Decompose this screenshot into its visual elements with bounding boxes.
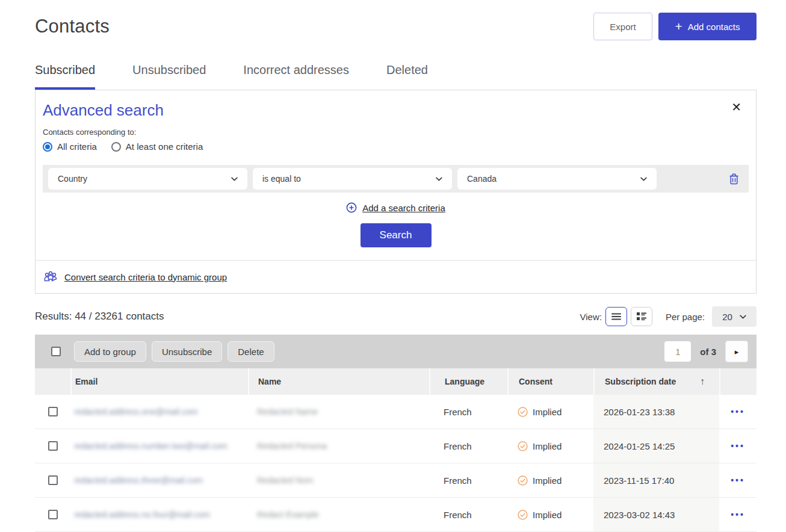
contact-email-redacted[interactable]: redacted.address.one@mail.com	[74, 407, 198, 416]
criteria-operator-value: is equal to	[262, 174, 301, 184]
header-consent-label: Consent	[519, 377, 552, 386]
contact-name-redacted: Redacted Persona	[257, 441, 327, 451]
close-icon[interactable]: ✕	[731, 101, 741, 113]
next-page-button[interactable]: ▸	[725, 341, 748, 362]
radio-at-least-one-label: At least one criteria	[126, 141, 203, 152]
per-page-select[interactable]: 20	[712, 306, 757, 327]
header-checkbox-column	[35, 368, 70, 395]
header-language-label: Language	[445, 377, 484, 386]
header-consent[interactable]: Consent	[507, 368, 593, 395]
table-row: redacted.address.number.two@mail.com Red…	[35, 429, 757, 463]
row-checkbox[interactable]	[48, 475, 58, 485]
header-name[interactable]: Name	[248, 368, 429, 395]
next-page-icon: ▸	[735, 347, 739, 356]
tab-incorrect-addresses[interactable]: Incorrect addresses	[243, 63, 349, 90]
radio-at-least-one-criteria[interactable]: At least one criteria	[111, 141, 203, 152]
row-checkbox[interactable]	[48, 441, 58, 451]
header-subscription-date[interactable]: Subscription date ↑	[593, 368, 719, 395]
people-group-icon	[43, 270, 58, 283]
convert-search-criteria-link[interactable]: Convert search criteria to dynamic group	[64, 272, 227, 282]
consent-badge: Implied	[518, 407, 562, 417]
pagination: of 3 ▸	[664, 341, 748, 362]
subscription-date: 2023-11-15 17:40	[604, 475, 674, 486]
add-search-criteria-link[interactable]: Add a search criteria	[362, 203, 445, 213]
results-controls: View: Per page: 20	[580, 306, 757, 327]
page-header: Contacts Export + Add contacts	[35, 12, 757, 41]
add-to-group-button[interactable]: Add to group	[74, 341, 146, 362]
contact-email-redacted[interactable]: redacted.address.number.two@mail.com	[74, 441, 227, 451]
contacts-page: Contacts Export + Add contacts Subscribe…	[0, 12, 786, 532]
check-circle-icon	[518, 441, 528, 451]
tab-unsubscribed[interactable]: Unsubscribed	[132, 63, 206, 90]
row-actions-menu[interactable]: •••	[731, 441, 745, 451]
consent-badge: Implied	[518, 441, 562, 451]
plus-circle-icon	[346, 202, 357, 213]
export-button[interactable]: Export	[593, 13, 652, 40]
page-count-label: of 3	[700, 347, 716, 357]
delete-criteria-button[interactable]	[729, 173, 739, 185]
page-number-input[interactable]	[664, 341, 691, 362]
radio-all-criteria[interactable]: All criteria	[43, 141, 97, 152]
select-all-checkbox[interactable]	[51, 347, 61, 356]
header-name-label: Name	[258, 377, 281, 386]
table-row: redacted.address.no.four@mail.com Redact…	[35, 498, 757, 532]
bulk-action-buttons: Add to group Unsubscribe Delete	[74, 341, 274, 362]
header-email-label: Email	[75, 377, 97, 386]
plus-icon: +	[675, 20, 682, 32]
header-actions: Export + Add contacts	[593, 13, 757, 40]
search-criteria-row: Country is equal to Canada	[43, 165, 749, 193]
criteria-field-select[interactable]: Country	[48, 168, 247, 190]
add-criteria-row: Add a search criteria	[43, 202, 749, 213]
add-contacts-button[interactable]: + Add contacts	[658, 13, 757, 40]
contact-email-redacted[interactable]: redacted.address.no.four@mail.com	[74, 510, 210, 519]
chevron-down-icon	[436, 177, 442, 181]
chevron-down-icon	[640, 177, 647, 181]
subscription-date: 2026-01-23 13:38	[604, 407, 675, 417]
contact-email-redacted[interactable]: redacted.address.three@mail.com	[74, 475, 203, 485]
delete-button[interactable]: Delete	[227, 341, 274, 362]
contact-language: French	[444, 407, 472, 417]
check-circle-icon	[518, 510, 528, 520]
tab-deleted[interactable]: Deleted	[386, 63, 428, 90]
row-checkbox[interactable]	[48, 407, 58, 416]
row-actions-menu[interactable]: •••	[731, 475, 745, 485]
contact-name-redacted: Redacted Name	[257, 407, 318, 416]
unsubscribe-button[interactable]: Unsubscribe	[152, 341, 222, 362]
consent-badge: Implied	[518, 475, 562, 486]
row-actions-menu[interactable]: •••	[731, 510, 745, 519]
tab-subscribed[interactable]: Subscribed	[35, 63, 95, 90]
convert-to-group-row: Convert search criteria to dynamic group	[36, 260, 756, 293]
chevron-down-icon	[740, 315, 746, 319]
consent-badge: Implied	[518, 510, 562, 520]
criteria-operator-select[interactable]: is equal to	[253, 168, 452, 190]
results-summary: Results: 44 / 23261 contacts	[35, 311, 164, 323]
trash-icon	[729, 173, 739, 185]
sort-ascending-icon[interactable]: ↑	[700, 376, 705, 387]
radio-selected-icon[interactable]	[43, 142, 52, 152]
radio-unselected-icon[interactable]	[111, 142, 121, 152]
header-language[interactable]: Language	[429, 368, 507, 395]
row-checkbox[interactable]	[48, 510, 58, 519]
advanced-search-panel: ✕ Advanced search Contacts corresponding…	[35, 90, 757, 294]
contact-name-redacted: Redacted Nom	[257, 475, 313, 485]
table-header-row: Email Name Language Consent Subscription…	[35, 368, 757, 395]
per-page-label: Per page:	[666, 312, 705, 322]
criteria-value-select[interactable]: Canada	[457, 168, 657, 190]
subscription-date: 2023-03-02 14:43	[604, 510, 675, 520]
check-circle-icon	[518, 475, 528, 486]
status-tabs: Subscribed Unsubscribed Incorrect addres…	[35, 63, 757, 90]
list-view-toggle[interactable]	[605, 307, 627, 326]
match-type-label: Contacts corresponding to:	[43, 128, 749, 137]
advanced-search-title: Advanced search	[43, 101, 749, 120]
contacts-table: Add to group Unsubscribe Delete of 3 ▸ E…	[35, 335, 757, 532]
consent-label: Implied	[533, 475, 562, 486]
criteria-value-value: Canada	[467, 174, 497, 184]
card-view-toggle[interactable]	[631, 307, 652, 326]
table-row: redacted.address.three@mail.com Redacted…	[35, 463, 757, 498]
contact-language: French	[444, 475, 472, 486]
search-button[interactable]: Search	[361, 223, 432, 247]
header-email[interactable]: Email	[70, 368, 248, 395]
consent-label: Implied	[533, 441, 562, 451]
subscription-date: 2024-01-25 14:25	[604, 441, 675, 451]
row-actions-menu[interactable]: •••	[731, 407, 745, 416]
